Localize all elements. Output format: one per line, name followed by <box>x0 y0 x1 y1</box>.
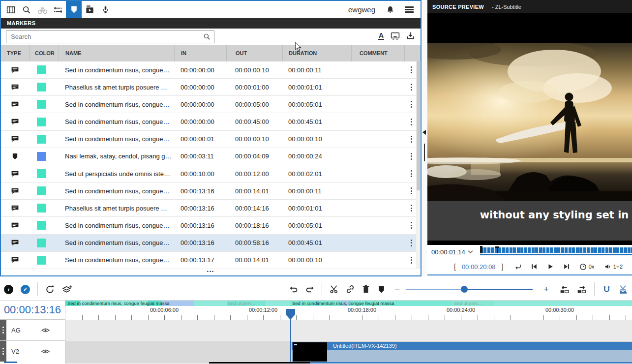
table-row[interactable]: Sed in condimentum risus, congue… 00:00:… <box>1 96 421 113</box>
column-header-color[interactable]: COLOR <box>29 45 59 61</box>
mark-out-button[interactable]: ] <box>502 263 504 271</box>
row-menu-button[interactable] <box>409 134 414 144</box>
redo-icon[interactable] <box>305 285 314 293</box>
table-row[interactable]: Sed in condimentum risus, congue… 00:00:… <box>1 131 421 148</box>
row-menu-button[interactable] <box>409 65 414 75</box>
track-header-v2[interactable]: V2 <box>0 340 65 362</box>
search-box[interactable] <box>6 30 214 43</box>
zoom-out-button[interactable]: − <box>394 286 400 293</box>
row-menu-button[interactable] <box>409 82 414 92</box>
table-row[interactable]: Sed in condimentum risus, congue… 00:00:… <box>1 113 421 130</box>
cut-icon[interactable] <box>330 285 338 294</box>
video-viewport[interactable]: without any styling set in <box>427 13 632 245</box>
timeline-subtitle-segment[interactable]: Sed ut pers... <box>228 301 256 306</box>
collapse-panel-icon[interactable] <box>422 130 426 135</box>
timeline-subtitle-segment[interactable]: Sed ut pers... <box>454 301 482 306</box>
column-header-out[interactable]: OUT <box>226 45 282 61</box>
loop-icon[interactable] <box>514 263 521 270</box>
column-header-duration[interactable]: DURATION <box>282 45 351 61</box>
audio-channels[interactable]: 1+2 <box>604 263 623 270</box>
track-visibility-icon[interactable] <box>41 348 50 355</box>
table-row[interactable]: Sed ut perspiciatis unde omnis iste… 00:… <box>1 165 421 182</box>
scrub-playhead[interactable] <box>497 246 498 253</box>
table-row[interactable]: Sed in condimentum risus, congue… 00:00:… <box>1 217 421 234</box>
table-row[interactable]: Phasellus sit amet turpis posuere … 00:0… <box>1 200 421 217</box>
row-menu-button[interactable] <box>409 152 414 161</box>
subtitle-track-strip[interactable]: Sed in condimentum risus, congue feugiat… <box>65 301 632 306</box>
timeline-playhead-line[interactable] <box>290 319 291 364</box>
row-menu-button[interactable] <box>409 117 414 127</box>
column-header-in[interactable]: IN <box>174 45 226 61</box>
track-drag-handle[interactable] <box>0 320 6 340</box>
download-icon[interactable] <box>406 31 415 40</box>
playback-speed[interactable]: 0x <box>579 263 594 271</box>
search-input[interactable] <box>10 32 203 41</box>
track-lane-ag[interactable] <box>65 320 632 340</box>
row-menu-button[interactable] <box>409 255 414 265</box>
row-menu-button[interactable] <box>409 238 414 248</box>
play-icon[interactable] <box>547 263 554 270</box>
microphone-button[interactable] <box>97 1 113 18</box>
link-icon[interactable] <box>346 285 355 294</box>
table-row[interactable]: Sed in condimentum risus, congue… 00:00:… <box>1 235 421 252</box>
column-header-type[interactable]: TYPE <box>1 45 29 61</box>
search-field-icon[interactable] <box>203 33 211 40</box>
undo-icon[interactable] <box>289 285 298 293</box>
snap-magnet-icon[interactable] <box>602 285 611 294</box>
timeline-subtitle-segment[interactable]: Sed in condimentum risus, congue feugiat… <box>67 301 170 306</box>
delete-icon[interactable] <box>362 285 370 294</box>
timeline-tracks-area[interactable]: Sed in condimentum risus, congue feugiat… <box>65 301 632 364</box>
timeline-current-timecode[interactable]: 00:00:13:16 <box>0 301 65 319</box>
row-menu-button[interactable] <box>409 203 414 213</box>
notifications-icon[interactable] <box>386 5 394 14</box>
chevron-down-icon[interactable] <box>468 250 473 254</box>
track-visibility-icon[interactable] <box>41 327 50 334</box>
markers-tab-button[interactable] <box>66 1 82 18</box>
preview-current-timecode[interactable]: 00:00:01:14 <box>431 248 465 256</box>
track-header-ag[interactable]: AG <box>0 319 65 340</box>
timeline-ruler[interactable]: 00:00:06:0000:00:12:0000:00:18:0000:00:2… <box>65 306 632 320</box>
add-layer-icon[interactable] <box>62 285 72 294</box>
zoom-in-button[interactable]: + <box>543 286 549 293</box>
timeline-subtitle-segment[interactable]: Sed in condimentum risus, congue feugiat… <box>292 301 394 306</box>
search-button[interactable] <box>19 1 34 18</box>
row-menu-button[interactable] <box>409 220 414 230</box>
gutter-scrollbar[interactable] <box>424 144 425 161</box>
mark-in-button[interactable]: [ <box>454 263 456 271</box>
column-header-comment[interactable]: COMMENT <box>351 45 404 61</box>
auto-cut-icon[interactable] <box>619 285 628 294</box>
info-icon[interactable]: i <box>4 285 13 294</box>
next-frame-icon[interactable] <box>563 263 570 270</box>
shift-left-icon[interactable] <box>560 285 570 294</box>
table-row[interactable]: Nasi lemak, satay, cendol, pisang g… 00:… <box>1 148 421 165</box>
table-row[interactable]: Sed in condimentum risus, congue… 00:00:… <box>1 252 421 269</box>
panel-columns-button[interactable] <box>3 1 19 18</box>
preview-duration-timecode[interactable]: 00:00:20:08 <box>462 263 496 271</box>
row-menu-button[interactable] <box>409 99 414 109</box>
column-header-name[interactable]: NAME <box>59 45 174 61</box>
shift-right-icon[interactable] <box>577 285 587 294</box>
scrollbar-thumb[interactable] <box>417 61 420 190</box>
reset-icon[interactable] <box>45 285 55 294</box>
zoom-slider-knob[interactable] <box>461 286 468 293</box>
bicycle-button[interactable] <box>34 1 50 18</box>
timeline-clip[interactable]: Untitled(ITEM-VX-142139) <box>292 342 632 362</box>
table-row[interactable]: Sed in condimentum risus, congue… 00:00:… <box>1 182 421 200</box>
table-row[interactable]: Sed in condimentum risus, congue… 00:00:… <box>1 61 421 79</box>
preview-scrub-bar[interactable] <box>480 247 632 256</box>
table-scrollbar[interactable] <box>416 61 421 269</box>
previous-frame-icon[interactable] <box>531 263 538 270</box>
table-row[interactable]: Phasellus sit amet turpis posuere … 00:0… <box>1 79 421 96</box>
row-menu-button[interactable] <box>409 186 414 196</box>
subtitle-display-icon[interactable] <box>391 31 400 40</box>
export-video-button[interactable] <box>82 1 97 18</box>
adjustments-button[interactable] <box>50 1 66 18</box>
row-menu-button[interactable] <box>409 169 414 179</box>
timeline-zoom-slider[interactable] <box>406 286 533 293</box>
panel-resize-handle[interactable]: ••• <box>1 269 421 275</box>
add-marker-icon[interactable] <box>377 285 386 294</box>
text-format-icon[interactable]: A <box>378 32 384 40</box>
approve-icon[interactable]: ✓ <box>21 285 30 294</box>
track-drag-handle[interactable] <box>0 341 6 362</box>
menu-icon[interactable] <box>405 5 414 14</box>
